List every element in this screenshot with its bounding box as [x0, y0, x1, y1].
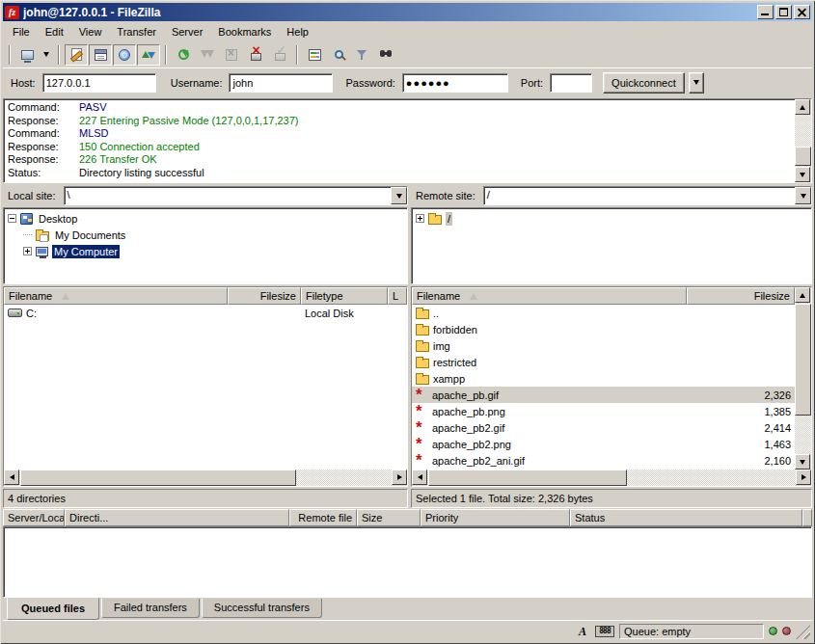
site-manager-dropdown-button[interactable] [40, 44, 53, 66]
column-header-filename[interactable]: Filename [412, 287, 687, 305]
site-manager-button[interactable] [15, 44, 39, 66]
tree-item-desktop[interactable]: Desktop [8, 210, 407, 227]
combo-dropdown-button[interactable] [795, 187, 811, 204]
tree-label[interactable]: / [446, 212, 452, 226]
scrollbar-track[interactable] [19, 470, 392, 486]
file-row[interactable]: restricted [412, 354, 795, 370]
scroll-down-button[interactable] [795, 167, 810, 182]
find-files-icon [380, 50, 394, 59]
menu-item[interactable]: Bookmarks [210, 24, 279, 40]
speed-limits-icon[interactable] [595, 626, 614, 637]
chevron-down-icon [693, 80, 699, 85]
minimize-button[interactable] [757, 5, 774, 19]
find-files-button[interactable] [375, 44, 398, 66]
quickconnect-button[interactable]: Quickconnect [603, 72, 685, 94]
queue-tab[interactable]: Successful transfers [202, 599, 322, 618]
disconnect-button[interactable] [244, 44, 267, 66]
quickconnect-dropdown-button[interactable] [689, 72, 704, 94]
toggle-remote-tree-button[interactable] [113, 44, 136, 66]
process-queue-button[interactable] [196, 44, 219, 66]
close-button[interactable] [794, 5, 810, 19]
host-input[interactable] [42, 73, 156, 93]
remote-horizontal-scrollbar[interactable] [412, 470, 811, 486]
data-type-icon[interactable] [575, 624, 590, 638]
reconnect-button[interactable] [268, 44, 291, 66]
menu-item[interactable]: Edit [38, 24, 71, 40]
toggle-transfer-queue-button[interactable] [137, 44, 160, 66]
local-site-combo[interactable]: \ [64, 186, 408, 205]
filename-text: img [433, 340, 450, 352]
directory-comparison-button[interactable] [303, 44, 326, 66]
toggle-local-tree-button[interactable] [89, 44, 112, 66]
column-header-filetype[interactable]: Filetype [301, 287, 388, 305]
file-row[interactable]: apache_pb.png 1,385 [412, 403, 795, 419]
file-row[interactable]: forbidden [412, 321, 795, 337]
log-scrollbar[interactable] [795, 99, 811, 182]
refresh-button[interactable] [172, 44, 195, 66]
queue-tab[interactable]: Queued files [7, 598, 99, 620]
maximize-button[interactable] [775, 5, 792, 19]
queue-tab[interactable]: Failed transfers [101, 599, 200, 618]
cancel-operation-button[interactable] [220, 44, 243, 66]
scrollbar-thumb[interactable] [795, 304, 811, 416]
menu-item[interactable]: Transfer [109, 24, 164, 40]
username-input[interactable] [229, 73, 333, 93]
scrollbar-thumb[interactable] [428, 470, 627, 486]
tree-label[interactable]: My Computer [52, 245, 120, 258]
scroll-right-button[interactable] [796, 470, 811, 485]
tree-label[interactable]: My Documents [53, 228, 127, 242]
queue-column-header[interactable]: Directi... [65, 509, 289, 526]
resize-grip[interactable] [796, 625, 810, 639]
queue-column-header[interactable]: Size [357, 509, 421, 526]
queue-column-header[interactable]: Remote file [289, 509, 357, 526]
tree-item-my-documents[interactable]: My Documents [23, 227, 407, 243]
scrollbar-thumb[interactable] [795, 147, 811, 166]
column-header-filesize[interactable]: Filesize [687, 287, 795, 305]
scroll-up-button[interactable] [795, 99, 810, 115]
scrollbar-track[interactable] [795, 303, 811, 454]
filename-cell: .. [412, 308, 687, 319]
password-input[interactable] [402, 73, 508, 93]
file-row[interactable]: .. [412, 305, 795, 321]
column-header-last-modified[interactable]: L [388, 287, 407, 305]
scroll-left-button[interactable] [412, 470, 427, 485]
file-row[interactable]: apache_pb2_ani.gif 2,160 [412, 452, 795, 469]
tree-item-my-computer[interactable]: My Computer [23, 243, 407, 259]
file-row[interactable]: img [412, 337, 795, 354]
menu-item[interactable]: Server [164, 24, 210, 40]
expand-expander[interactable] [416, 214, 424, 223]
scroll-left-button[interactable] [4, 470, 19, 485]
menu-item[interactable]: View [71, 24, 110, 40]
queue-column-header[interactable] [802, 509, 812, 526]
tree-item-root[interactable]: / [416, 210, 811, 227]
expand-expander[interactable] [23, 247, 32, 255]
queue-column-header[interactable]: Priority [421, 509, 570, 526]
combo-dropdown-button[interactable] [391, 187, 407, 204]
scroll-right-button[interactable] [392, 470, 407, 485]
scroll-down-button[interactable] [795, 454, 810, 470]
file-row[interactable]: xampp [412, 370, 795, 387]
scrollbar-track[interactable] [795, 115, 811, 167]
column-header-filename[interactable]: Filename [4, 287, 228, 305]
queue-column-header[interactable]: Status [570, 509, 802, 526]
remote-vertical-scrollbar[interactable] [795, 287, 811, 470]
port-input[interactable] [550, 73, 592, 93]
local-horizontal-scrollbar[interactable] [4, 470, 407, 486]
collapse-expander[interactable] [8, 214, 16, 223]
tree-label[interactable]: Desktop [37, 212, 79, 226]
menu-item[interactable]: File [5, 24, 38, 40]
toggle-message-log-button[interactable] [65, 44, 88, 66]
scrollbar-track[interactable] [427, 470, 796, 486]
scroll-up-button[interactable] [795, 287, 810, 303]
file-row[interactable]: apache_pb2.png 1,463 [412, 436, 795, 452]
file-row[interactable]: apache_pb2.gif 2,414 [412, 419, 795, 436]
column-header-filesize[interactable]: Filesize [228, 287, 301, 305]
scrollbar-thumb[interactable] [20, 470, 296, 486]
synchronized-browsing-button[interactable] [327, 44, 350, 66]
remote-site-combo[interactable]: / [483, 186, 812, 205]
file-row[interactable]: C: Local Disk [4, 305, 407, 321]
menu-item[interactable]: Help [279, 24, 316, 40]
queue-column-header[interactable]: Server/Local file [3, 509, 65, 526]
directory-listing-filters-button[interactable] [351, 44, 374, 66]
file-row[interactable]: apache_pb.gif 2,326 [412, 387, 795, 403]
